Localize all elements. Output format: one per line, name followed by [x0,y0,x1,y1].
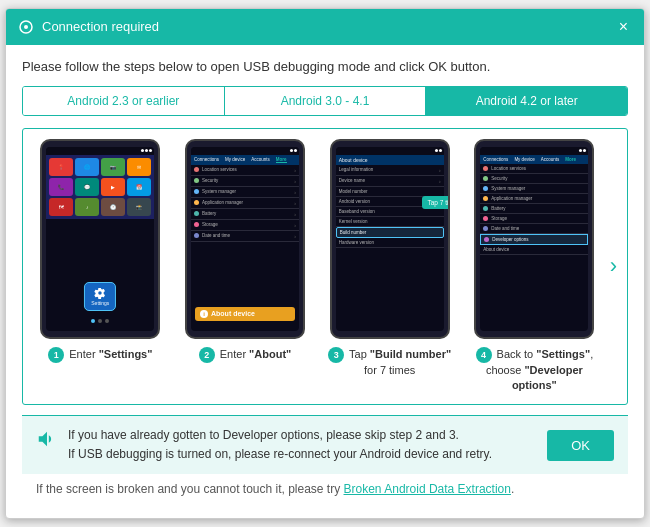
about-header-label: About device [339,157,368,163]
menu-header: Connections My device Accounts More [191,155,299,165]
footer-link[interactable]: Broken Android Data Extraction [344,482,511,496]
app-icon: 📸 [127,198,151,216]
s4-storage: Storage [480,214,588,224]
ok-button[interactable]: OK [547,430,614,461]
menu-icon [483,206,488,211]
s4-date: Date and time [480,224,588,234]
developer-options-row: Developer options [480,234,588,245]
app-icon: ♪ [75,198,99,216]
dialog-body: Please follow the steps below to open US… [6,45,644,518]
menu-icon [194,233,199,238]
close-button[interactable]: × [615,17,632,37]
s4-system: System manager [480,184,588,194]
menu-icon [483,166,488,171]
s4-mydevice: My device [514,157,534,162]
header-accounts: Accounts [251,157,270,162]
tab-android-23[interactable]: Android 2.3 or earlier [23,87,225,115]
menu-icon [194,222,199,227]
footer-text: If the screen is broken and you cannot t… [22,474,628,508]
header-mydevice: My device [225,157,245,162]
sound-icon [36,428,58,450]
about-device-highlight: i About device [195,307,295,321]
dot [91,319,95,323]
menu-icon [483,176,488,181]
sd [579,149,582,152]
sd [294,149,297,152]
app-icon: 🗺 [49,198,73,216]
step4-header: Connections My device Accounts More [480,155,588,164]
app-icon: 📅 [127,178,151,196]
step3-number: 3 [328,347,344,363]
app-icon: 🕐 [101,198,125,216]
status-dot [141,149,144,152]
page-dots [46,319,154,323]
build-number-row: Build number [336,227,444,238]
status-dot [149,149,152,152]
next-chevron[interactable]: › [608,253,619,279]
step2-label: 2 Enter "About" [199,347,292,363]
s4-accounts: Accounts [541,157,560,162]
menu-item-system: System manager› [191,187,299,198]
tab-android-42[interactable]: Android 4.2 or later [426,87,627,115]
step2-phone: Connections My device Accounts More Loca… [185,139,305,339]
about-icon: i [200,310,208,318]
step1-number: 1 [48,347,64,363]
info-message-1: If you have already gotten to Developer … [68,428,459,442]
menu-item-location: Location services› [191,165,299,176]
step1-screen: 📍 🌐 📷 ✉ 📞 💬 ▶ 📅 🗺 ♪ 🕐 [46,147,154,331]
detail-name: Device name› [336,176,444,187]
title-bar: Connection required × [6,9,644,45]
settings-icon-highlight: Settings [84,282,116,311]
step2-number: 2 [199,347,215,363]
build-number-label: Build number [340,230,367,235]
step3-phone: About device Legal information› Device n… [330,139,450,339]
sd [290,149,293,152]
connection-icon [18,19,34,35]
step1-statusbar [46,147,154,155]
tap-7-badge: Tap 7 times [422,196,449,209]
s4-app: Application manager [480,194,588,204]
dot [98,319,102,323]
info-message-2: If USB debugging is turned on, please re… [68,447,492,461]
step3-screen: About device Legal information› Device n… [336,147,444,331]
sd [435,149,438,152]
svg-point-1 [24,25,28,29]
menu-icon [194,178,199,183]
app-icon: 📍 [49,158,73,176]
s4-battery: Battery [480,204,588,214]
settings-gear-icon [94,287,106,299]
step4-phone: Connections My device Accounts More Loca… [474,139,594,339]
s4-more: More [565,157,576,162]
menu-icon [194,200,199,205]
menu-icon [194,189,199,194]
s4-about: About device [480,245,588,255]
menu-item-storage: Storage› [191,220,299,231]
menu-item-date: Date and time› [191,231,299,242]
step4-menu: Location services Security System manage… [480,164,588,255]
tabs-container: Android 2.3 or earlier Android 3.0 - 4.1… [22,86,628,116]
step1-label: 1 Enter "Settings" [48,347,152,363]
step2-statusbar [191,147,299,155]
title-bar-left: Connection required [18,19,159,35]
menu-list: Location services› Security› System mana… [191,165,299,242]
app-icon: ✉ [127,158,151,176]
step4-number: 4 [476,347,492,363]
step4-screen: Connections My device Accounts More Loca… [480,147,588,331]
detail-legal: Legal information› [336,165,444,176]
steps-inner: 📍 🌐 📷 ✉ 📞 💬 ▶ 📅 🗺 ♪ 🕐 [31,139,604,394]
tab-android-30[interactable]: Android 3.0 - 4.1 [225,87,427,115]
status-dot [145,149,148,152]
dialog-title: Connection required [42,19,159,34]
detail-kernel: Kernel version [336,217,444,227]
step2-screen: Connections My device Accounts More Loca… [191,147,299,331]
menu-icon [194,167,199,172]
sd [583,149,586,152]
instruction-text: Please follow the steps below to open US… [22,59,628,74]
menu-item-battery: Battery› [191,209,299,220]
menu-icon [483,226,488,231]
s4-security: Security [480,174,588,184]
about-label: About device [211,310,255,317]
dialog-window: Connection required × Please follow the … [5,8,645,519]
footer-prefix: If the screen is broken and you cannot t… [36,482,344,496]
menu-icon [483,216,488,221]
